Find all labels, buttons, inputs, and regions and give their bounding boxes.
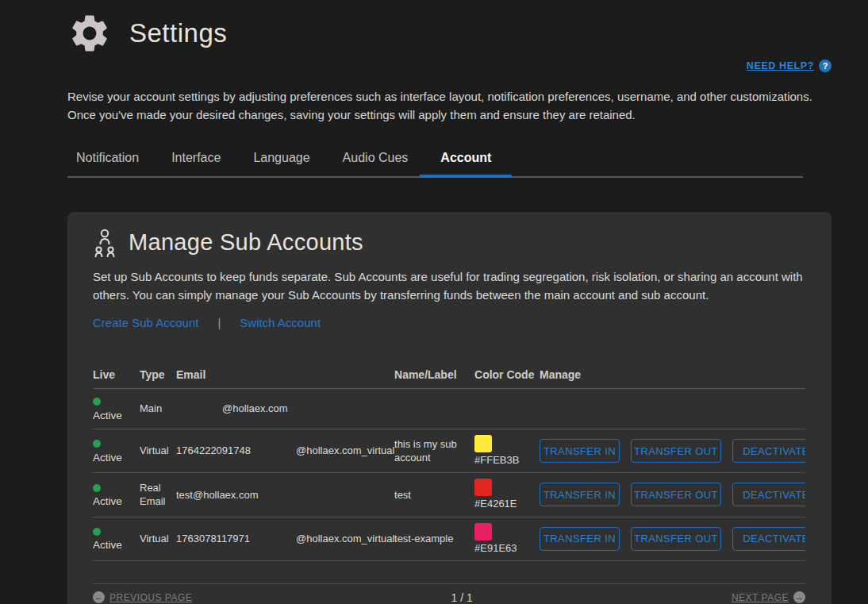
table-body: Active Main @hollaex.com Active Virtual … bbox=[93, 389, 805, 561]
account-label bbox=[394, 389, 474, 429]
color-hex: #FFEB3B bbox=[474, 454, 519, 466]
account-type: Main bbox=[140, 389, 176, 429]
active-status-dot bbox=[93, 440, 101, 448]
manage-actions: TRANSFER INTRANSFER OUTDEACTIVATE bbox=[540, 439, 805, 463]
deactivate-button[interactable]: DEACTIVATE bbox=[732, 527, 805, 551]
page-description: Revise your account settings by adjustin… bbox=[67, 87, 817, 125]
help-row: NEED HELP? ? bbox=[67, 57, 832, 75]
deactivate-button[interactable]: DEACTIVATE bbox=[732, 483, 805, 506]
account-label: test bbox=[394, 473, 474, 517]
color-swatch bbox=[474, 479, 492, 496]
color-swatch bbox=[474, 435, 492, 452]
panel-title: Manage Sub Accounts bbox=[129, 229, 363, 256]
email-id: 1763078117971 bbox=[176, 517, 296, 560]
tabs: NotificationInterfaceLanguageAudio CuesA… bbox=[67, 148, 803, 178]
next-page-link[interactable]: NEXT PAGE → bbox=[732, 591, 805, 603]
table-row: Active Real Email test@hollaex.com test … bbox=[93, 473, 805, 517]
col-header-manage: Manage bbox=[540, 363, 805, 389]
transfer-in-button[interactable]: TRANSFER IN bbox=[540, 527, 620, 551]
status-text: Active bbox=[93, 539, 122, 551]
email-domain bbox=[296, 389, 394, 429]
link-separator: | bbox=[217, 316, 221, 329]
col-header-color-code: Color Code bbox=[474, 363, 540, 389]
email-domain bbox=[296, 473, 394, 517]
sub-accounts-table-wrapper: Live Type Email Name/Label Color Code Ma… bbox=[93, 363, 805, 561]
col-header-email: Email bbox=[176, 363, 394, 389]
settings-page: Settings NEED HELP? ? Revise your accoun… bbox=[0, 0, 868, 604]
transfer-out-button[interactable]: TRANSFER OUT bbox=[631, 527, 721, 551]
table-row: Active Virtual 1763078117971 @hollaex.co… bbox=[93, 517, 805, 560]
sub-accounts-icon bbox=[93, 228, 117, 258]
switch-account-link[interactable]: Switch Account bbox=[240, 316, 321, 329]
tab-audio-cues[interactable]: Audio Cues bbox=[341, 148, 410, 176]
tab-account[interactable]: Account bbox=[439, 148, 493, 176]
table-header-row: Live Type Email Name/Label Color Code Ma… bbox=[93, 363, 805, 389]
account-type: Virtual bbox=[140, 517, 176, 560]
manage-actions: TRANSFER INTRANSFER OUTDEACTIVATE bbox=[540, 483, 805, 506]
col-header-type: Type bbox=[140, 363, 176, 389]
status-text: Active bbox=[93, 410, 122, 421]
create-sub-account-link[interactable]: Create Sub Account bbox=[93, 316, 198, 329]
color-hex: #E91E63 bbox=[474, 541, 517, 553]
table-row: Active Virtual 1764222091748 @hollaex.co… bbox=[93, 429, 805, 472]
account-label: test-example bbox=[394, 517, 474, 560]
tab-interface[interactable]: Interface bbox=[170, 148, 222, 176]
page-title: Settings bbox=[129, 18, 227, 48]
account-type: Virtual bbox=[140, 429, 176, 472]
manage-sub-accounts-panel: Manage Sub Accounts Set up Sub Accounts … bbox=[67, 212, 832, 604]
tab-notification[interactable]: Notification bbox=[75, 148, 140, 176]
active-status-dot bbox=[93, 484, 101, 492]
transfer-out-button[interactable]: TRANSFER OUT bbox=[631, 439, 721, 463]
account-links: Create Sub Account | Switch Account bbox=[93, 316, 832, 329]
email-id: 1764222091748 bbox=[176, 429, 296, 472]
account-type: Real Email bbox=[140, 473, 176, 517]
email-domain: @hollaex.com_virtual bbox=[296, 517, 394, 560]
email-id: test@hollaex.com bbox=[176, 473, 296, 517]
page-header: Settings bbox=[67, 11, 832, 56]
deactivate-button[interactable]: DEACTIVATE bbox=[732, 439, 805, 463]
manage-actions: TRANSFER INTRANSFER OUTDEACTIVATE bbox=[540, 527, 805, 551]
transfer-in-button[interactable]: TRANSFER IN bbox=[540, 439, 620, 463]
transfer-in-button[interactable]: TRANSFER IN bbox=[540, 483, 620, 506]
active-status-dot bbox=[93, 398, 101, 406]
arrow-right-icon: → bbox=[793, 591, 805, 603]
col-header-live: Live bbox=[93, 363, 140, 389]
transfer-out-button[interactable]: TRANSFER OUT bbox=[631, 483, 721, 506]
table-row: Active Main @hollaex.com bbox=[93, 389, 805, 429]
panel-header: Manage Sub Accounts bbox=[93, 228, 832, 258]
pagination: ← PREVIOUS PAGE 1 / 1 NEXT PAGE → bbox=[93, 583, 805, 604]
question-mark-icon[interactable]: ? bbox=[819, 60, 832, 72]
col-header-name-label: Name/Label bbox=[394, 363, 474, 389]
active-status-dot bbox=[93, 528, 101, 536]
page-indicator: 1 / 1 bbox=[451, 591, 472, 604]
color-hex: #E4261E bbox=[474, 498, 517, 510]
account-label: this is my sub account bbox=[394, 429, 474, 472]
sub-accounts-table: Live Type Email Name/Label Color Code Ma… bbox=[93, 363, 805, 561]
status-text: Active bbox=[93, 452, 122, 464]
gear-icon bbox=[67, 11, 112, 56]
panel-description: Set up Sub Accounts to keep funds separa… bbox=[93, 267, 807, 305]
previous-page-link[interactable]: ← PREVIOUS PAGE bbox=[93, 591, 192, 603]
arrow-left-icon: ← bbox=[93, 591, 105, 603]
color-swatch bbox=[474, 523, 492, 541]
tab-language[interactable]: Language bbox=[252, 148, 311, 176]
email-id: @hollaex.com bbox=[176, 389, 296, 429]
status-text: Active bbox=[93, 495, 122, 507]
email-domain: @hollaex.com_virtual bbox=[296, 429, 394, 472]
need-help-link[interactable]: NEED HELP? bbox=[747, 60, 814, 71]
